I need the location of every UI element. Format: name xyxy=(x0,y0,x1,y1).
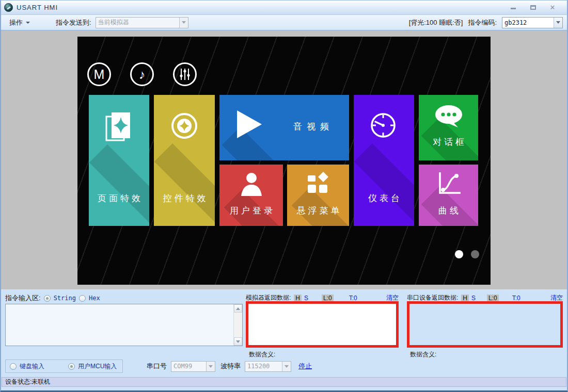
simulator-string-toggle[interactable]: S xyxy=(304,295,308,302)
close-button[interactable]: ✕ xyxy=(548,4,557,11)
tile-long-shadow xyxy=(89,144,149,226)
simulator-hex-toggle[interactable]: H xyxy=(294,295,302,302)
send-target-value: 当前模拟器 xyxy=(98,18,176,27)
badge-row: M ♪ xyxy=(87,62,197,86)
mcu-input-label: 用户MCU输入 xyxy=(78,362,117,371)
hex-radio[interactable] xyxy=(79,295,86,302)
chevron-down-icon xyxy=(182,21,186,24)
tile-user-login[interactable]: 用户登录 xyxy=(219,165,283,226)
chevron-down-icon xyxy=(26,22,30,24)
m-badge-button[interactable]: M xyxy=(87,62,111,86)
arrow-down-icon xyxy=(236,340,240,343)
baud-rate-value: 115200 xyxy=(247,363,279,370)
tile-dashboard[interactable]: 仪表台 xyxy=(354,95,414,226)
tile-label: 对话框 xyxy=(419,136,478,148)
serial-port-select[interactable]: COM99 xyxy=(171,361,215,372)
tile-page-effects[interactable]: 页面特效 xyxy=(89,95,149,226)
operation-menu[interactable]: 操作 xyxy=(5,17,34,29)
send-to-label: 指令发送到: xyxy=(56,18,91,27)
gauge-icon xyxy=(370,112,397,139)
pages-icon xyxy=(103,110,134,144)
hex-radio-label: Hex xyxy=(89,295,100,302)
backlight-sleep-status: [背光:100 睡眠:否] xyxy=(409,18,463,27)
device-string-toggle[interactable]: S xyxy=(471,295,476,302)
menu-tiles-icon xyxy=(306,171,330,196)
scrollbar[interactable] xyxy=(233,304,242,346)
window-title: USART HMI xyxy=(17,4,58,11)
tile-label: 用户登录 xyxy=(219,205,283,217)
equalizer-button[interactable] xyxy=(173,62,197,86)
toolbar: 操作 指令发送到: 当前模拟器 [背光:100 睡眠:否] 指令编码: gb23… xyxy=(1,15,567,30)
scroll-down-button[interactable] xyxy=(234,337,242,346)
encoding-select[interactable]: gb2312 xyxy=(502,17,563,28)
command-input-label: 指令输入区: xyxy=(5,293,41,303)
tile-widget-effects[interactable]: 控件特效 xyxy=(154,95,215,226)
window-footer xyxy=(1,387,567,390)
tile-label: 控件特效 xyxy=(154,192,215,204)
statusbar: 设备状态:未联机 xyxy=(2,377,566,387)
baud-rate-select[interactable]: 115200 xyxy=(245,361,291,372)
device-times-counter[interactable]: T:0 xyxy=(512,295,520,302)
input-mode-group: 键盘输入 用户MCU输入 xyxy=(5,360,123,373)
simulator-times-counter[interactable]: T:0 xyxy=(349,295,357,302)
app-window: USART HMI ✕ 操作 指令发送到: 当前模拟器 [背光:100 睡眠:否… xyxy=(0,0,568,392)
page-indicator xyxy=(455,250,479,258)
command-input-box xyxy=(5,304,243,346)
scroll-up-button[interactable] xyxy=(234,304,242,313)
titlebar: USART HMI ✕ xyxy=(1,1,567,15)
app-icon xyxy=(4,3,13,12)
play-icon xyxy=(235,109,263,139)
controls-row: 键盘输入 用户MCU输入 串口号 COM99 波特率 115200 停止 xyxy=(5,360,563,373)
tile-floating-menu[interactable]: 悬浮菜单 xyxy=(287,165,349,226)
keyboard-input-label: 键盘输入 xyxy=(20,362,44,371)
coin-icon xyxy=(171,112,198,139)
stop-link[interactable]: 停止 xyxy=(298,362,312,371)
serial-port-label: 串口号 xyxy=(147,362,167,371)
workspace: M ♪ xyxy=(1,30,567,289)
pager-dot[interactable] xyxy=(471,250,479,258)
simulator-length-counter[interactable]: L:0 xyxy=(322,295,334,302)
tile-long-shadow xyxy=(354,143,414,226)
chevron-down-icon xyxy=(285,365,289,368)
device-meaning-label: 数据含义: xyxy=(410,350,436,359)
tile-label: 曲线 xyxy=(419,205,478,217)
chat-bubble-icon xyxy=(434,104,464,129)
tile-label: 页面特效 xyxy=(89,192,149,204)
command-input-textarea[interactable] xyxy=(6,304,233,346)
device-status-text: 设备状态:未联机 xyxy=(5,378,50,386)
chevron-down-icon xyxy=(209,365,213,368)
tile-label: 悬浮菜单 xyxy=(287,205,349,217)
baud-rate-label: 波特率 xyxy=(220,362,241,371)
tile-curve[interactable]: 曲线 xyxy=(419,165,478,226)
mcu-input-radio[interactable] xyxy=(68,363,75,370)
operation-menu-label: 操作 xyxy=(9,18,23,27)
tile-dialog-box[interactable]: 对话框 xyxy=(419,95,478,160)
device-hex-toggle[interactable]: H xyxy=(461,295,469,302)
maximize-icon xyxy=(530,5,536,10)
music-note-button[interactable]: ♪ xyxy=(130,62,154,86)
dropdown-arrow-button xyxy=(206,362,215,371)
simulator-return-box[interactable] xyxy=(246,301,399,348)
hmi-screen: M ♪ xyxy=(77,37,491,285)
tile-label: 仪表台 xyxy=(354,192,414,204)
user-icon xyxy=(239,172,264,199)
arrow-up-icon xyxy=(236,307,240,310)
tile-long-shadow xyxy=(154,143,215,226)
string-radio[interactable] xyxy=(44,295,51,302)
simulator-meaning-label: 数据含义: xyxy=(249,350,275,359)
minimize-button[interactable] xyxy=(509,4,517,11)
device-length-counter[interactable]: L:0 xyxy=(487,295,499,302)
device-return-box[interactable] xyxy=(407,301,563,348)
serial-port-value: COM99 xyxy=(173,363,203,370)
send-target-select[interactable]: 当前模拟器 xyxy=(96,17,188,28)
maximize-button[interactable] xyxy=(529,4,537,11)
tile-audio-video[interactable]: 音视频 xyxy=(219,95,349,160)
keyboard-input-radio[interactable] xyxy=(10,363,17,370)
dropdown-arrow-button xyxy=(179,18,188,28)
chevron-down-icon xyxy=(556,21,560,24)
minimize-icon xyxy=(511,8,516,9)
encoding-label: 指令编码: xyxy=(468,18,497,27)
pager-dot-active[interactable] xyxy=(455,250,463,258)
bottom-panel: 指令输入区: String Hex 模拟器返回数据: H S L:0 T:0 清… xyxy=(1,289,567,377)
dropdown-arrow-button xyxy=(282,362,291,371)
